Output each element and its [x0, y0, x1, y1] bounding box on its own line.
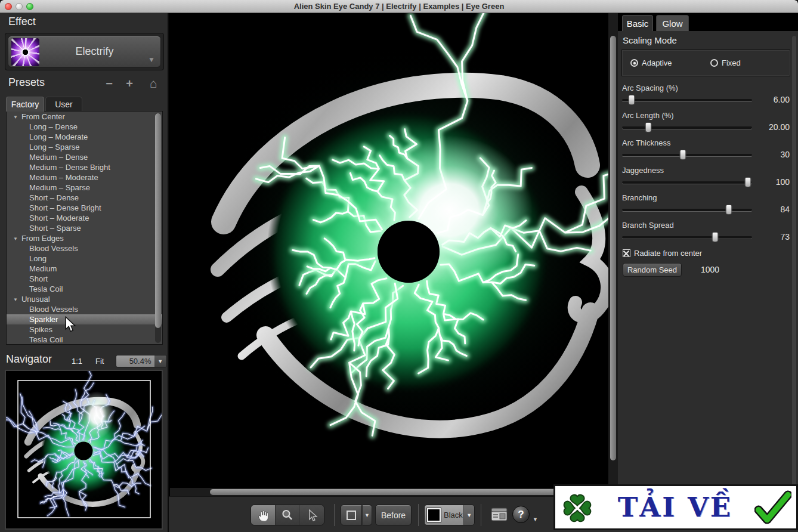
collapse-triangle-icon[interactable]: ▼	[13, 112, 18, 122]
preset-item[interactable]: Short – Dense	[7, 193, 162, 203]
slider-track[interactable]	[622, 99, 752, 101]
preset-item[interactable]: Medium	[7, 264, 162, 274]
tab-user[interactable]: User	[45, 97, 82, 112]
navigator-preview[interactable]	[5, 370, 163, 530]
canvas-vertical-scrollbar[interactable]	[608, 13, 618, 488]
random-seed-button[interactable]: Random Seed	[623, 263, 682, 277]
toolbar-separator	[481, 504, 481, 526]
home-icon[interactable]: ⌂	[147, 77, 160, 90]
preset-item[interactable]: Medium – Dense	[7, 152, 162, 162]
canvas-horizontal-scrollbar[interactable]	[170, 488, 608, 496]
before-button[interactable]: Before	[375, 505, 412, 525]
settings-window-button[interactable]	[491, 508, 508, 524]
toolbar-separator	[334, 504, 335, 526]
download-banner[interactable]: TẢI VỀ	[553, 484, 798, 530]
help-button[interactable]: ?	[512, 506, 530, 523]
radio-fixed[interactable]: Fixed	[710, 58, 782, 67]
download-banner-text[interactable]: TẢI VỀ	[596, 491, 754, 523]
app-window: Alien Skin Eye Candy 7 | Electrify | Exa…	[0, 0, 798, 532]
checkbox-checked-icon[interactable]	[623, 249, 630, 257]
radio-unselected-icon[interactable]	[710, 59, 718, 67]
slider-track[interactable]	[622, 126, 752, 129]
effect-selector-box: Electrify ▼	[5, 33, 164, 70]
tab-glow[interactable]: Glow	[656, 15, 689, 31]
slider-thumb[interactable]	[712, 232, 718, 242]
slider-track[interactable]	[622, 236, 752, 239]
navigator-header: Navigator	[6, 353, 52, 366]
arrow-cursor-icon	[306, 509, 318, 521]
slider-label: Branching	[622, 193, 792, 205]
radio-selected-icon[interactable]	[630, 59, 638, 67]
scrollbar-thumb[interactable]	[210, 489, 605, 495]
view-mode-dropdown[interactable]: ▼	[341, 505, 372, 525]
zoom-level-dropdown[interactable]: 50.4% ▼	[116, 355, 167, 367]
zoom-level-value: 50.4%	[116, 355, 154, 367]
preset-item[interactable]: Blood Vessels	[7, 243, 162, 253]
slider-thumb[interactable]	[645, 122, 651, 132]
preset-item[interactable]: Medium – Moderate	[7, 172, 162, 183]
scrollbar-thumb[interactable]	[155, 113, 161, 328]
slider-value: 84	[754, 205, 790, 214]
tab-factory[interactable]: Factory	[6, 97, 44, 112]
preset-item[interactable]: Short	[7, 274, 162, 284]
slider-thumb[interactable]	[629, 95, 635, 105]
slider-value: 100	[754, 177, 790, 187]
scaling-mode-box: Adaptive Fixed	[621, 50, 790, 76]
preset-item[interactable]: Medium – Sparse	[7, 183, 162, 193]
background-swatch-zone: Black	[425, 505, 463, 525]
radiate-from-center-checkbox[interactable]: Radiate from center	[623, 249, 702, 258]
left-panel: Effect Electrify ▼ Presets − + ⌂ Factory…	[0, 13, 169, 532]
zoom-1to1-button[interactable]: 1:1	[72, 357, 82, 366]
select-tool-button[interactable]	[299, 505, 324, 525]
preset-item[interactable]: Tesla Coil	[7, 284, 162, 294]
preset-group[interactable]: ▼From Center	[7, 112, 162, 122]
preset-item[interactable]: Short – Sparse	[7, 223, 162, 233]
preset-group-label: From Center	[21, 112, 65, 121]
preset-item[interactable]: Long – Dense	[7, 122, 162, 132]
zoom-tool-button[interactable]	[276, 505, 300, 525]
hand-icon	[256, 509, 269, 521]
preset-group[interactable]: ▼Unusual	[7, 294, 162, 304]
preset-item[interactable]: Sparkler	[7, 314, 162, 324]
slider-thumb[interactable]	[725, 205, 732, 215]
collapse-triangle-icon[interactable]: ▼	[13, 295, 18, 305]
scrollbar-thumb[interactable]	[792, 36, 796, 489]
slider-thumb[interactable]	[680, 150, 686, 160]
slider-track[interactable]	[622, 181, 752, 184]
random-seed-value: 1000	[701, 265, 719, 274]
effect-selector-button[interactable]: Electrify ▼	[8, 36, 161, 67]
collapse-triangle-icon[interactable]: ▼	[13, 234, 18, 244]
preset-item[interactable]: Spikes	[7, 324, 162, 335]
right-panel-scrollbar[interactable]	[792, 36, 796, 491]
title-bar[interactable]: Alien Skin Eye Candy 7 | Electrify | Exa…	[0, 0, 798, 13]
preset-item[interactable]: Short – Dense Bright	[7, 203, 162, 213]
slider-value: 30	[754, 150, 790, 159]
checkmark-icon	[754, 490, 791, 525]
slider-thumb[interactable]	[745, 177, 751, 187]
preset-list-scrollbar[interactable]	[155, 113, 161, 343]
main-canvas[interactable]	[170, 13, 608, 488]
preset-item[interactable]: Short – Moderate	[7, 213, 162, 223]
preset-item[interactable]: Medium – Dense Bright	[7, 162, 162, 172]
remove-preset-button[interactable]: −	[103, 77, 116, 90]
preset-list[interactable]: ▼From CenterLong – DenseLong – ModerateL…	[6, 111, 163, 345]
preset-item[interactable]: Long	[7, 253, 162, 264]
tab-basic[interactable]: Basic	[622, 15, 653, 31]
scrollbar-thumb[interactable]	[610, 36, 616, 460]
checkbox-label: Radiate from center	[634, 249, 702, 258]
preset-item[interactable]: Long – Moderate	[7, 132, 162, 142]
preset-item[interactable]: Long – Sparse	[7, 142, 162, 152]
chevron-down-icon: ▼	[148, 56, 155, 63]
radio-adaptive[interactable]: Adaptive	[630, 58, 702, 67]
add-preset-button[interactable]: +	[123, 77, 136, 90]
chevron-down-icon[interactable]: ▼	[533, 516, 538, 522]
zoom-fit-button[interactable]: Fit	[95, 357, 104, 366]
preset-group[interactable]: ▼From Edges	[7, 233, 162, 243]
background-color-dropdown[interactable]: Black ▼	[424, 505, 475, 525]
hand-tool-button[interactable]	[251, 505, 276, 525]
preset-item[interactable]: Blood Vessels	[7, 304, 162, 314]
slider-track[interactable]	[622, 209, 752, 211]
navigator-thumbnail-image	[6, 371, 162, 528]
preset-item[interactable]: Tesla Coil	[7, 335, 162, 345]
slider-track[interactable]	[622, 154, 752, 156]
